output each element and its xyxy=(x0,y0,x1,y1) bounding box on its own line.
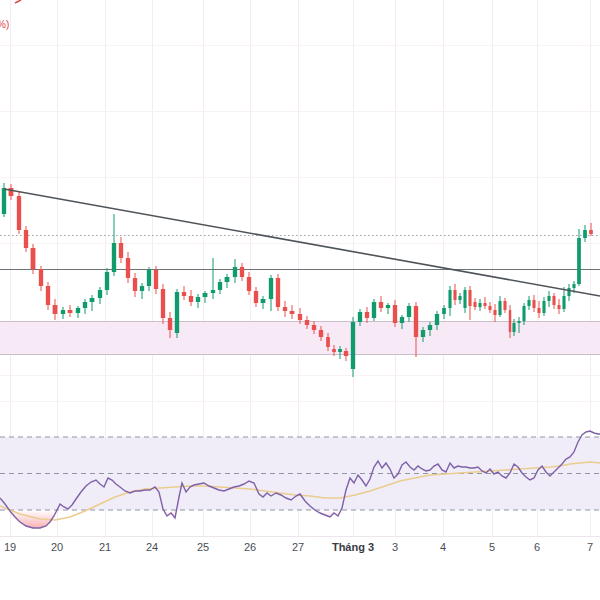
candlestick[interactable] xyxy=(283,301,287,317)
time-axis-label: 19 xyxy=(4,541,16,553)
candlestick[interactable] xyxy=(552,293,555,309)
candlestick[interactable] xyxy=(448,286,451,316)
candlestick[interactable] xyxy=(2,183,6,217)
candlestick[interactable] xyxy=(463,287,466,313)
candle-body xyxy=(448,290,451,308)
candle-body xyxy=(39,269,43,286)
candlestick[interactable] xyxy=(589,223,593,236)
candlestick[interactable] xyxy=(468,286,471,320)
candle-body xyxy=(2,188,6,214)
candlestick[interactable] xyxy=(9,184,14,200)
candlestick[interactable] xyxy=(39,266,43,291)
candlestick[interactable] xyxy=(196,294,200,308)
candlestick[interactable] xyxy=(225,274,230,288)
candlestick[interactable] xyxy=(442,305,446,319)
candlestick[interactable] xyxy=(547,291,550,307)
candlestick[interactable] xyxy=(577,229,581,286)
candle-body xyxy=(276,278,280,307)
candlestick[interactable] xyxy=(126,252,130,283)
candle-body xyxy=(458,296,461,300)
candlestick[interactable] xyxy=(17,192,21,234)
top-edge-mark xyxy=(15,0,21,3)
candlestick[interactable] xyxy=(76,306,80,318)
candlestick[interactable] xyxy=(24,226,28,252)
candlestick[interactable] xyxy=(386,303,390,314)
candlestick[interactable] xyxy=(458,293,461,304)
candlestick[interactable] xyxy=(233,259,237,283)
candlestick[interactable] xyxy=(98,287,102,304)
candlestick[interactable] xyxy=(542,297,545,316)
candlestick[interactable] xyxy=(503,298,506,313)
candlestick[interactable] xyxy=(83,299,87,314)
candle-body xyxy=(154,270,158,289)
candle-body xyxy=(112,243,116,272)
candlestick[interactable] xyxy=(478,299,481,311)
candle-body xyxy=(498,301,501,315)
candlestick[interactable] xyxy=(140,283,144,299)
candlestick[interactable] xyxy=(393,300,397,327)
candle-body xyxy=(31,248,36,269)
candle-body xyxy=(68,310,73,313)
trendline[interactable] xyxy=(4,189,600,296)
chart-window: 19202124252627Tháng 334567 %) xyxy=(0,0,600,600)
candle-body xyxy=(203,293,208,297)
candlestick[interactable] xyxy=(261,296,266,309)
candle-body xyxy=(83,302,87,308)
candlestick[interactable] xyxy=(68,305,73,317)
candlestick[interactable] xyxy=(53,299,58,320)
candlestick[interactable] xyxy=(483,297,486,309)
candle-body xyxy=(386,305,390,308)
candle-body xyxy=(225,277,230,282)
candlestick[interactable] xyxy=(161,284,165,324)
candlestick[interactable] xyxy=(488,302,491,313)
indicator-label-fragment: %) xyxy=(0,19,9,30)
candlestick[interactable] xyxy=(211,258,215,299)
candlestick[interactable] xyxy=(562,287,565,312)
rsi-oversold-fill xyxy=(0,510,600,528)
candlestick[interactable] xyxy=(290,305,295,319)
candlestick[interactable] xyxy=(147,267,151,291)
candlestick[interactable] xyxy=(351,317,355,377)
candlestick[interactable] xyxy=(112,214,116,276)
candlestick[interactable] xyxy=(365,307,369,323)
chart-canvas[interactable]: 19202124252627Tháng 334567 xyxy=(0,0,600,600)
candlestick[interactable] xyxy=(133,273,137,297)
candlestick[interactable] xyxy=(276,274,280,311)
candle-body xyxy=(552,296,555,305)
candlestick[interactable] xyxy=(453,284,456,305)
time-axis-label: 5 xyxy=(489,541,495,553)
candle-body xyxy=(90,298,95,302)
candle-body xyxy=(488,306,491,310)
time-axis-label: 25 xyxy=(197,541,209,553)
candlestick[interactable] xyxy=(240,263,244,281)
candlestick[interactable] xyxy=(527,296,530,310)
candlestick[interactable] xyxy=(90,295,95,311)
candlestick[interactable] xyxy=(567,284,570,301)
candlestick[interactable] xyxy=(583,225,587,242)
candle-body xyxy=(344,351,348,356)
candlestick[interactable] xyxy=(218,279,222,294)
candlestick[interactable] xyxy=(154,266,158,294)
candlestick[interactable] xyxy=(175,289,179,338)
candle-body xyxy=(421,330,425,337)
candlestick[interactable] xyxy=(46,282,50,310)
candlestick[interactable] xyxy=(379,296,383,312)
candlestick[interactable] xyxy=(473,298,476,310)
candlestick[interactable] xyxy=(189,290,193,306)
candlestick[interactable] xyxy=(532,295,535,312)
candle-body xyxy=(218,282,222,290)
candlestick[interactable] xyxy=(557,299,560,314)
candle-body xyxy=(332,349,336,352)
candlestick[interactable] xyxy=(119,237,123,263)
candlestick[interactable] xyxy=(61,307,65,319)
candlestick[interactable] xyxy=(493,304,496,322)
candle-body xyxy=(254,291,258,303)
candlestick[interactable] xyxy=(498,296,501,317)
candlestick[interactable] xyxy=(254,287,258,307)
candle-body xyxy=(509,310,511,332)
candlestick[interactable] xyxy=(269,275,273,311)
time-axis-label: Tháng 3 xyxy=(332,541,374,553)
candlestick[interactable] xyxy=(372,299,376,321)
candlestick[interactable] xyxy=(407,303,411,322)
candlestick[interactable] xyxy=(182,286,186,300)
